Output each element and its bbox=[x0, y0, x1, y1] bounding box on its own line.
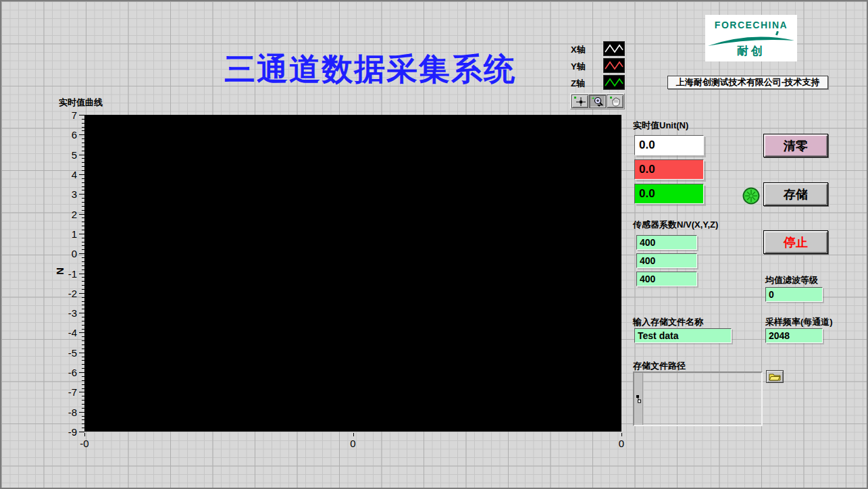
y-minor-tick-mark bbox=[82, 170, 84, 171]
y-minor-tick-mark bbox=[82, 158, 84, 159]
hand-icon bbox=[609, 96, 621, 107]
y-minor-tick-mark bbox=[82, 238, 84, 238]
y-minor-tick-mark bbox=[82, 186, 84, 187]
y-minor-tick-mark bbox=[82, 269, 84, 270]
path-symbol-icon bbox=[636, 394, 642, 403]
filter-level-label: 均值滤波等级 bbox=[765, 274, 818, 286]
realtime-value-y: 0.0 bbox=[634, 159, 704, 180]
y-minor-tick-mark bbox=[82, 198, 84, 199]
store-button[interactable]: 存储 bbox=[763, 182, 828, 206]
waveform-y-icon bbox=[604, 59, 624, 72]
y-minor-tick-mark bbox=[82, 325, 84, 326]
y-tick-label: -2 bbox=[50, 288, 77, 299]
y-minor-tick-mark bbox=[82, 178, 84, 179]
y-tick-mark bbox=[79, 214, 84, 215]
legend-swatch-x[interactable] bbox=[603, 41, 625, 56]
y-minor-tick-mark bbox=[82, 305, 84, 305]
y-minor-tick-mark bbox=[82, 297, 84, 298]
legend-swatch-y[interactable] bbox=[603, 58, 625, 73]
y-minor-tick-mark bbox=[82, 404, 84, 405]
legend-label-y: Y轴 bbox=[571, 61, 586, 73]
y-minor-tick-mark bbox=[82, 400, 84, 401]
y-minor-tick-mark bbox=[82, 349, 84, 349]
y-minor-tick-mark bbox=[82, 151, 84, 151]
pan-tool-button[interactable] bbox=[607, 95, 623, 108]
crosshair-icon bbox=[573, 96, 587, 107]
y-minor-tick-mark bbox=[82, 384, 84, 385]
legend-label-z: Z轴 bbox=[571, 78, 585, 90]
graph-palette: + bbox=[570, 93, 625, 109]
y-minor-tick-mark bbox=[82, 119, 84, 120]
y-minor-tick-mark bbox=[82, 217, 84, 218]
y-tick-mark bbox=[79, 293, 84, 294]
sensor-coeff-y-input[interactable] bbox=[636, 253, 697, 268]
realtime-label: 实时值Unit(N) bbox=[633, 120, 688, 132]
y-minor-tick-mark bbox=[82, 340, 84, 341]
x-tick-label: 0 bbox=[341, 438, 365, 449]
y-minor-tick-mark bbox=[82, 210, 84, 211]
front-panel: 三通道数据采集系统 X轴 Y轴 Z轴 + bbox=[0, 0, 868, 489]
y-minor-tick-mark bbox=[82, 242, 84, 242]
y-axis-unit-label: N bbox=[55, 267, 66, 275]
y-tick-label: 3 bbox=[50, 188, 77, 200]
stop-button[interactable]: 停止 bbox=[763, 230, 828, 254]
filter-level-input[interactable] bbox=[765, 287, 823, 302]
browse-button[interactable] bbox=[766, 370, 784, 383]
y-minor-tick-mark bbox=[82, 245, 84, 246]
svg-text:+: + bbox=[592, 96, 594, 101]
sensor-coeff-label: 传感器系数N/V(X,Y,Z) bbox=[633, 219, 718, 231]
y-tick-label: 0 bbox=[50, 248, 77, 259]
y-minor-tick-mark bbox=[82, 416, 84, 417]
y-tick-label: -7 bbox=[50, 386, 77, 398]
clear-button[interactable]: 清零 bbox=[763, 134, 828, 157]
y-tick-mark bbox=[79, 353, 84, 353]
x-tick-mark bbox=[621, 433, 622, 436]
legend-label-x: X轴 bbox=[571, 44, 586, 56]
path-type-strip[interactable] bbox=[634, 373, 643, 425]
plot-area[interactable] bbox=[84, 115, 621, 432]
sensor-coeff-x-input[interactable] bbox=[636, 235, 697, 250]
realtime-value-x: 0.0 bbox=[634, 135, 704, 155]
y-minor-tick-mark bbox=[82, 289, 84, 290]
y-tick-mark bbox=[79, 115, 84, 115]
cursor-tool-button[interactable] bbox=[571, 95, 588, 108]
y-tick-label: 4 bbox=[50, 169, 77, 180]
support-button[interactable]: 上海耐创测试技术有限公司-技术支持 bbox=[667, 76, 828, 89]
y-tick-label: -9 bbox=[50, 426, 77, 438]
y-tick-mark bbox=[79, 412, 84, 413]
realtime-value-z: 0.0 bbox=[634, 184, 704, 204]
file-name-input[interactable] bbox=[634, 328, 732, 343]
y-minor-tick-mark bbox=[82, 368, 84, 369]
file-path-input[interactable] bbox=[633, 371, 763, 426]
y-tick-label: -6 bbox=[50, 367, 77, 378]
file-path-label: 存储文件路径 bbox=[633, 360, 686, 372]
y-tick-mark bbox=[79, 253, 84, 254]
y-tick-label: -5 bbox=[50, 347, 77, 359]
y-minor-tick-mark bbox=[82, 123, 84, 124]
y-minor-tick-mark bbox=[82, 329, 84, 330]
legend-swatch-z[interactable] bbox=[603, 75, 625, 90]
status-led bbox=[742, 187, 760, 205]
y-minor-tick-mark bbox=[82, 285, 84, 286]
y-tick-label: -4 bbox=[50, 327, 77, 338]
y-minor-tick-mark bbox=[82, 277, 84, 278]
y-tick-mark bbox=[79, 432, 84, 432]
page-title: 三通道数据采集系统 bbox=[195, 49, 546, 91]
zoom-tool-button[interactable]: + bbox=[589, 95, 606, 108]
y-tick-label: 2 bbox=[50, 209, 77, 220]
y-tick-mark bbox=[79, 194, 84, 195]
y-minor-tick-mark bbox=[82, 143, 84, 143]
sensor-coeff-z-input[interactable] bbox=[636, 272, 697, 286]
y-minor-tick-mark bbox=[82, 265, 84, 266]
y-minor-tick-mark bbox=[82, 130, 84, 131]
logo-brand-text: FORCECHINA bbox=[705, 20, 797, 30]
y-tick-label: 7 bbox=[50, 109, 77, 121]
y-minor-tick-mark bbox=[82, 321, 84, 321]
y-tick-mark bbox=[79, 234, 84, 234]
y-minor-tick-mark bbox=[82, 127, 84, 128]
company-logo: FORCECHINA 耐创 bbox=[705, 15, 797, 61]
y-minor-tick-mark bbox=[82, 202, 84, 203]
sample-rate-input[interactable] bbox=[765, 328, 823, 343]
y-tick-label: -8 bbox=[50, 407, 77, 418]
x-tick-label: 0 bbox=[609, 438, 634, 449]
